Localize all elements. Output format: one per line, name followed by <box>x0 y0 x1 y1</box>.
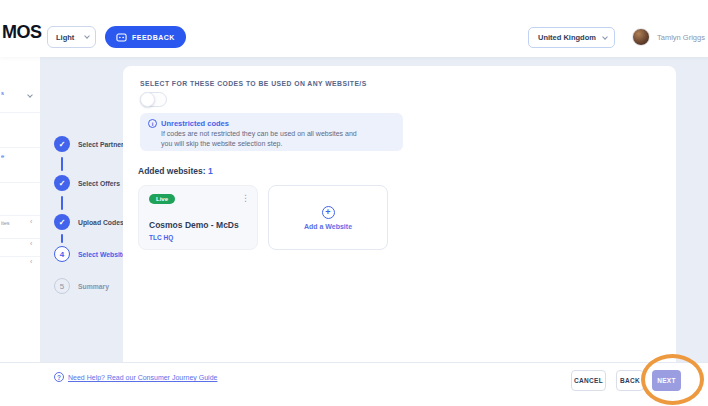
chevron-down-icon[interactable] <box>27 92 33 98</box>
region-select-value: United Kingdom <box>538 33 596 42</box>
any-website-toggle[interactable] <box>140 92 167 107</box>
user-name: Tamlyn Griggs <box>657 33 705 42</box>
left-sidebar-cutoff: s e ites ‹ ‹ ‹ <box>0 57 40 362</box>
feedback-button-label: FEEDBACK <box>132 34 175 41</box>
top-bar: MOS Light FEEDBACK United Kingdom Tamlyn… <box>0 0 708 57</box>
stepper-step-upload-codes[interactable]: ✓ Upload Codes <box>54 214 124 230</box>
stepper-connector <box>61 234 63 243</box>
cancel-button[interactable]: CANCEL <box>571 370 606 391</box>
user-avatar[interactable] <box>632 28 650 46</box>
help-link[interactable]: Need Help? Read our Consumer Journey Gui… <box>68 374 217 381</box>
info-icon: i <box>148 119 157 128</box>
added-websites-text: Added websites: <box>138 166 206 176</box>
divider <box>0 112 40 113</box>
stepper-step-select-websites[interactable]: 4 Select Websites <box>54 246 130 262</box>
website-card-subtitle: TLC HQ <box>149 234 173 241</box>
chevron-left-icon[interactable]: ‹ <box>30 240 32 247</box>
added-websites-count: 1 <box>208 166 213 176</box>
stepper-step-select-partner[interactable]: ✓ Select Partner <box>54 136 124 152</box>
divider <box>0 238 40 239</box>
sidebar-fragment[interactable]: ites <box>1 220 10 226</box>
feedback-button[interactable]: FEEDBACK <box>105 26 186 48</box>
step-number: 5 <box>54 278 70 294</box>
theme-select[interactable]: Light <box>47 26 96 48</box>
info-box-body: If codes are not restricted they can be … <box>161 129 357 148</box>
app-root: MOS Light FEEDBACK United Kingdom Tamlyn… <box>0 0 708 406</box>
brand-logo: MOS <box>2 22 42 43</box>
add-website-label: Add a Website <box>304 223 352 230</box>
status-badge: Live <box>149 194 175 204</box>
chevron-left-icon[interactable]: ‹ <box>30 218 32 225</box>
plus-icon: + <box>322 206 335 219</box>
step-label: Select Offers <box>78 180 120 187</box>
divider <box>0 182 40 183</box>
help-icon: ? <box>54 372 64 382</box>
website-card[interactable]: Live ⋮ Cosmos Demo - McDs TLC HQ <box>138 185 258 250</box>
divider <box>0 256 40 257</box>
info-box-title: Unrestricted codes <box>161 119 229 128</box>
wizard-footer: ? Need Help? Read our Consumer Journey G… <box>0 362 708 406</box>
kebab-menu-icon[interactable]: ⋮ <box>241 193 250 203</box>
step-check-icon: ✓ <box>54 175 70 191</box>
website-card-title: Cosmos Demo - McDs <box>149 220 239 230</box>
unrestricted-codes-info-box: i Unrestricted codes If codes are not re… <box>140 113 403 151</box>
step-number: 4 <box>54 246 70 262</box>
feedback-icon <box>116 32 127 43</box>
sidebar-fragment[interactable]: e <box>1 153 4 159</box>
chevron-left-icon[interactable]: ‹ <box>30 258 32 265</box>
stepper-step-summary[interactable]: 5 Summary <box>54 278 109 294</box>
added-websites-label: Added websites: 1 <box>138 166 213 176</box>
stepper-step-select-offers[interactable]: ✓ Select Offers <box>54 175 120 191</box>
step-label: Select Partner <box>78 141 124 148</box>
divider <box>0 215 40 216</box>
stepper-connector <box>61 157 63 171</box>
divider <box>0 147 40 148</box>
add-website-card[interactable]: + Add a Website <box>268 185 388 250</box>
step-content-card: SELECT FOR THESE CODES TO BE USED ON ANY… <box>123 66 676 362</box>
theme-select-value: Light <box>56 33 74 42</box>
chevron-down-icon <box>84 33 90 39</box>
region-select[interactable]: United Kingdom <box>528 27 615 48</box>
step-label: Summary <box>78 283 109 290</box>
back-button[interactable]: BACK <box>616 370 644 391</box>
sidebar-fragment[interactable]: s <box>1 90 4 96</box>
chevron-down-icon <box>602 34 608 40</box>
step-heading: SELECT FOR THESE CODES TO BE USED ON ANY… <box>140 80 367 87</box>
step-label: Upload Codes <box>78 219 124 226</box>
info-box-line: you will skip the website selection step… <box>161 139 357 149</box>
next-button[interactable]: NEXT <box>652 370 681 391</box>
stepper-connector <box>61 196 63 210</box>
step-label: Select Websites <box>78 251 130 258</box>
info-box-line: If codes are not restricted they can be … <box>161 129 357 139</box>
step-check-icon: ✓ <box>54 136 70 152</box>
step-check-icon: ✓ <box>54 214 70 230</box>
toggle-knob <box>140 92 155 107</box>
